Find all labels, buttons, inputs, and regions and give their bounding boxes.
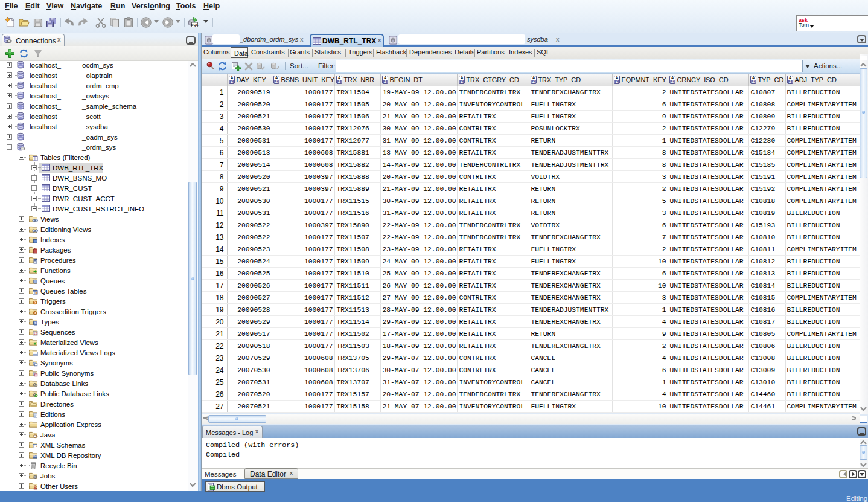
svg-text:SQL: SQL <box>191 23 199 27</box>
svg-text:Z: Z <box>532 79 535 83</box>
svg-text:Z: Z <box>275 79 278 83</box>
svg-text:XML: XML <box>32 455 38 458</box>
svg-text:Z: Z <box>338 79 340 83</box>
svg-text:9: 9 <box>34 321 36 325</box>
svg-text:Z: Z <box>616 79 618 83</box>
svg-text:Z: Z <box>461 79 463 83</box>
svg-text:Z: Z <box>384 79 386 83</box>
svg-text:Z: Z <box>671 79 674 83</box>
svg-text:12: 12 <box>33 332 37 335</box>
svg-text:Z: Z <box>752 79 755 83</box>
svg-text:Z: Z <box>231 79 233 83</box>
svg-text:Z: Z <box>789 79 791 83</box>
